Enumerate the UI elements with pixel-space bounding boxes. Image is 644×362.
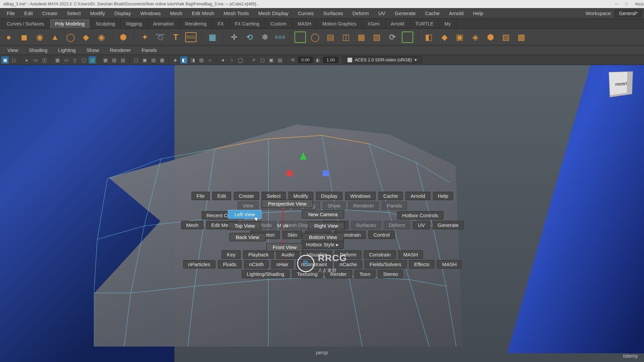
shelf-tab-rigging[interactable]: Rigging xyxy=(121,19,148,28)
hb-fluids[interactable]: Fluids xyxy=(218,260,241,268)
type-icon[interactable]: T xyxy=(170,31,182,43)
shelf-tab-fxcaching[interactable]: FX Caching xyxy=(229,19,265,28)
mesh-c-icon[interactable]: ▣ xyxy=(454,31,466,43)
radial-perspective[interactable]: Perspective View xyxy=(262,199,313,208)
menu-uv[interactable]: UV xyxy=(374,8,390,18)
menu-edit[interactable]: Edit xyxy=(19,8,38,18)
panel-menu-view[interactable]: View xyxy=(2,47,23,53)
plane-icon[interactable]: ◆ xyxy=(80,31,92,43)
menu-modify[interactable]: Modify xyxy=(86,8,110,18)
cube-icon[interactable]: ◼ xyxy=(18,31,30,43)
hb-edit[interactable]: Edit xyxy=(212,192,231,200)
shelf-tab-curves[interactable]: Curves / Surfaces xyxy=(1,19,50,28)
shelf-tab-fx[interactable]: FX xyxy=(212,19,229,28)
hb-modify[interactable]: Modify xyxy=(288,192,313,200)
shelf-tab-custom[interactable]: Custom xyxy=(265,19,292,28)
shelf-tab-my[interactable]: My xyxy=(439,19,457,28)
gamma-value[interactable]: 1.00 xyxy=(323,57,338,63)
hb-deform[interactable]: Deform xyxy=(384,221,410,229)
hb-mash2[interactable]: MASH xyxy=(398,250,423,259)
component-d-icon[interactable]: ▧ xyxy=(371,31,383,43)
viewport[interactable]: FRONT File Edit Create Select Modify Dis… xyxy=(0,65,644,362)
view-cube[interactable]: FRONT xyxy=(609,71,633,98)
radial-right-view[interactable]: Right View xyxy=(308,222,344,230)
shelf-tab-poly[interactable]: Poly Modeling xyxy=(50,19,90,28)
shadows-icon[interactable]: ▢ xyxy=(132,56,140,64)
iso-arrow-icon[interactable]: ↗ xyxy=(250,56,257,64)
ball-c-icon[interactable]: ◯ xyxy=(237,56,244,64)
hb-effects[interactable]: Effects xyxy=(409,260,435,268)
radial-menu[interactable]: Perspective View Left View New Camera To… xyxy=(225,201,345,258)
ball-b-icon[interactable]: ○ xyxy=(228,56,235,64)
isolate-icon[interactable]: ◈ xyxy=(171,56,179,64)
cylinder-icon[interactable]: ◉ xyxy=(34,31,46,43)
component-c-icon[interactable]: ▦ xyxy=(356,31,368,43)
hb-constrain2[interactable]: Constrain xyxy=(364,250,395,259)
maximize-icon[interactable]: □ xyxy=(622,0,631,8)
hb-hotbox-controls[interactable]: Hotbox Controls xyxy=(397,211,443,220)
menu-create[interactable]: Create xyxy=(38,8,62,18)
lock-camera-icon[interactable]: ◻ xyxy=(10,56,17,64)
select-camera-icon[interactable]: ▣ xyxy=(1,56,9,64)
menu-arnold[interactable]: Arnold xyxy=(444,8,468,18)
use-all-lights-icon[interactable]: ▥ xyxy=(119,56,126,64)
film-gate-icon[interactable]: ▭ xyxy=(62,56,70,64)
snap-pivot-icon[interactable]: ✛ xyxy=(228,31,240,43)
menu-deform[interactable]: Deform xyxy=(348,8,374,18)
xray-joints-icon[interactable]: ◨ xyxy=(189,56,196,64)
iso-box-c-icon[interactable]: ▤ xyxy=(276,56,283,64)
toggle-b-icon[interactable] xyxy=(402,32,413,43)
sphere-icon[interactable]: ● xyxy=(3,31,15,43)
torus-icon[interactable]: ◯ xyxy=(64,31,76,43)
panel-menu-panels[interactable]: Panels xyxy=(136,47,162,53)
hb-select[interactable]: Select xyxy=(262,192,286,200)
hb-stereo[interactable]: Stereo xyxy=(378,270,403,278)
hb-arnold[interactable]: Arnold xyxy=(406,192,430,200)
menu-select[interactable]: Select xyxy=(62,8,86,18)
mesh-a-icon[interactable]: ◧ xyxy=(423,31,435,43)
hb-nparticles[interactable]: nParticles xyxy=(183,260,215,268)
shelf-tab-xgen[interactable]: XGen xyxy=(362,19,385,28)
hb-panels[interactable]: Panels xyxy=(382,201,407,210)
image-plane-icon[interactable]: ▭ xyxy=(32,56,39,64)
snap-toggle-icon[interactable]: ⟲ xyxy=(244,31,256,43)
menu-cache[interactable]: Cache xyxy=(420,8,444,18)
hb-lighting-shading[interactable]: Lighting/Shading xyxy=(242,270,289,278)
symmetry-a-icon[interactable] xyxy=(294,32,306,43)
menu-edit-mesh[interactable]: Edit Mesh xyxy=(187,8,219,18)
grid-icon[interactable]: ▦ xyxy=(206,31,218,43)
ao-icon[interactable]: ▣ xyxy=(141,56,148,64)
radial-new-camera[interactable]: New Camera xyxy=(302,210,344,219)
hb-windows[interactable]: Windows xyxy=(345,192,376,200)
panel-menu-renderer[interactable]: Renderer xyxy=(104,47,136,53)
hb-mash3[interactable]: MASH xyxy=(437,260,462,268)
component-b-icon[interactable]: ◫ xyxy=(340,31,352,43)
cone-icon[interactable]: ▲ xyxy=(49,31,61,43)
helix-icon[interactable]: ➰ xyxy=(154,31,166,43)
hb-toon[interactable]: Toon xyxy=(355,270,376,278)
radial-back-view[interactable]: Back View xyxy=(229,233,266,241)
exposure-reset-icon[interactable]: ⟲ xyxy=(289,56,297,64)
menu-help[interactable]: Help xyxy=(468,8,488,18)
gamma-icon[interactable]: ◐ xyxy=(314,56,322,64)
component-a-icon[interactable]: ▤ xyxy=(325,31,337,43)
bookmark-icon[interactable]: ▸ xyxy=(23,56,31,64)
menu-mesh-display[interactable]: Mesh Display xyxy=(254,8,293,18)
menu-generate[interactable]: Generate xyxy=(390,8,421,18)
wireframe-shaded-icon[interactable]: ▧ xyxy=(89,56,96,64)
panel-menu-show[interactable]: Show xyxy=(81,47,105,53)
workspace-selector[interactable]: Workspace: General* xyxy=(586,10,642,17)
shelf-tab-motion[interactable]: Motion Graphics xyxy=(317,19,362,28)
minimize-icon[interactable]: — xyxy=(612,0,621,8)
hb-nhair[interactable]: nHair xyxy=(271,260,293,268)
panel-menu-lighting[interactable]: Lighting xyxy=(53,47,81,53)
hb-ncloth[interactable]: nCloth xyxy=(244,260,269,268)
shelf-tab-mash[interactable]: MASH xyxy=(292,19,317,28)
exposure-value[interactable]: 0.00 xyxy=(298,57,313,63)
menu-windows[interactable]: Windows xyxy=(136,8,165,18)
two-side-icon[interactable]: ◫ xyxy=(41,56,48,64)
iso-box-a-icon[interactable]: ▢ xyxy=(259,56,266,64)
menu-display[interactable]: Display xyxy=(110,8,136,18)
iso-box-b-icon[interactable]: ▣ xyxy=(267,56,275,64)
mesh-b-icon[interactable]: ◆ xyxy=(438,31,450,43)
